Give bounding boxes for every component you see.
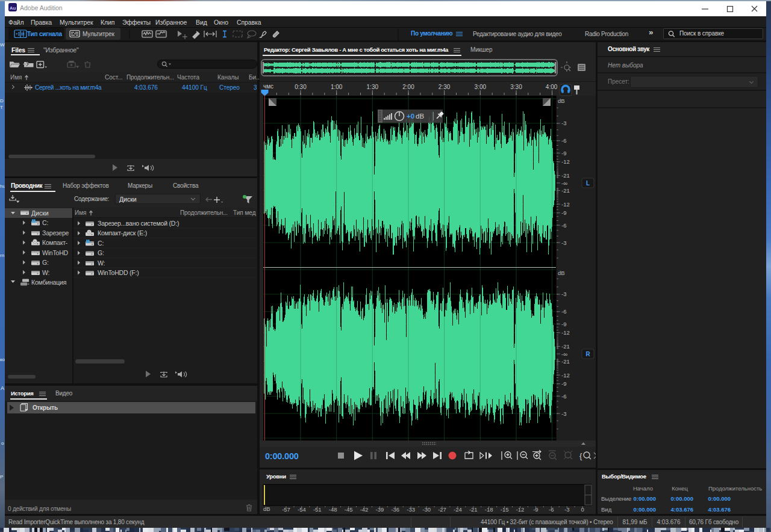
svg-text:G:: G:	[42, 259, 49, 266]
svg-text:-9: -9	[561, 150, 566, 156]
svg-text:-3: -3	[561, 120, 566, 126]
svg-text:-9: -9	[561, 209, 566, 216]
svg-text:-9: -9	[561, 380, 566, 387]
svg-text:-6: -6	[561, 137, 566, 144]
svg-text:Зарезер...вано системой (D:): Зарезер...вано системой (D:)	[98, 220, 179, 227]
svg-text:Au: Au	[10, 5, 16, 11]
svg-text:-3: -3	[561, 410, 566, 417]
svg-text:0:00.000: 0:00.000	[265, 451, 299, 461]
svg-text:-∞: -∞	[561, 180, 567, 187]
svg-text:2:30: 2:30	[439, 84, 451, 90]
svg-text:Компакт-: Компакт-	[42, 239, 68, 246]
svg-text:-12: -12	[561, 372, 570, 379]
svg-text:3:30: 3:30	[510, 84, 522, 90]
svg-text:dB: dB	[558, 270, 565, 276]
svg-text:-21: -21	[561, 187, 570, 194]
svg-text:WinToHD: WinToHD	[42, 249, 69, 256]
svg-text:Диски: Диски	[31, 209, 49, 217]
svg-text:W:: W:	[42, 269, 49, 276]
svg-text:Комбинация: Комбинация	[31, 279, 66, 286]
svg-text:+0: +0	[407, 113, 414, 120]
svg-text:L: L	[586, 180, 590, 187]
svg-text:{: {	[579, 451, 582, 460]
svg-text:-21: -21	[561, 358, 570, 365]
svg-text:WinToHDD (F:): WinToHDD (F:)	[98, 269, 139, 276]
svg-text:1:00: 1:00	[331, 84, 343, 90]
svg-text:-21: -21	[561, 343, 570, 350]
svg-text:Компакт-диск (E:): Компакт-диск (E:)	[98, 229, 147, 237]
svg-text:-6: -6	[561, 222, 566, 229]
svg-text:2:00: 2:00	[402, 84, 414, 90]
svg-text:-∞: -∞	[561, 351, 567, 357]
svg-text:W:: W:	[98, 259, 105, 267]
svg-text:-21: -21	[561, 172, 570, 179]
svg-text:C:: C:	[42, 219, 48, 226]
svg-text:-3: -3	[561, 240, 566, 246]
svg-text:-12: -12	[561, 201, 570, 208]
svg-text:G:: G:	[98, 249, 104, 256]
svg-text:чмс: чмс	[263, 83, 273, 90]
svg-text:-12: -12	[561, 329, 570, 336]
svg-text:-6: -6	[561, 393, 566, 400]
svg-text:-9: -9	[561, 321, 566, 327]
svg-text:dB: dB	[558, 97, 565, 104]
svg-text:dB: dB	[416, 113, 424, 120]
svg-text:-3: -3	[561, 291, 566, 297]
svg-text:-12: -12	[561, 158, 570, 165]
svg-text:1:30: 1:30	[367, 84, 379, 90]
svg-text:Зарезере: Зарезере	[42, 229, 69, 237]
svg-text:-6: -6	[561, 308, 566, 315]
svg-text:R: R	[585, 351, 590, 357]
svg-text:C:: C:	[98, 240, 104, 247]
svg-text:3:00: 3:00	[475, 84, 487, 90]
svg-text:dB: dB	[263, 506, 270, 512]
svg-text:4:00: 4:00	[546, 84, 558, 90]
svg-text:0:30: 0:30	[295, 84, 307, 90]
